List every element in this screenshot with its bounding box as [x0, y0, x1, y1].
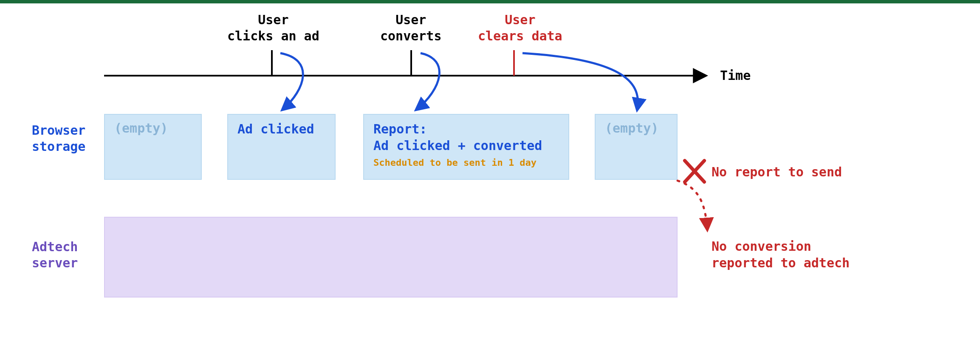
row-label-adtech-server: Adtech server: [32, 239, 78, 271]
storage-box-title: Ad clicked: [237, 121, 326, 137]
arrow-dashed-no-report: [678, 181, 707, 230]
error-no-report: No report to send: [712, 164, 842, 180]
arrow-to-report: [416, 53, 439, 110]
storage-box-ad-clicked: Ad clicked: [227, 114, 336, 180]
event-label-user-clicks: User clicks an ad: [227, 12, 319, 44]
arrow-to-empty: [522, 53, 638, 110]
error-no-conversion: No conversion reported to adtech: [712, 238, 850, 271]
storage-box-title: (empty): [605, 121, 668, 136]
storage-box-report: Report: Ad clicked + converted Scheduled…: [363, 114, 569, 180]
storage-box-title: (empty): [114, 121, 192, 136]
top-green-strip: [0, 0, 980, 3]
storage-box-subtitle: Scheduled to be sent in 1 day: [373, 157, 560, 168]
event-label-user-converts: User converts: [380, 12, 442, 44]
event-label-user-clears: User clears data: [478, 12, 562, 44]
cross-icon: [685, 161, 704, 182]
storage-box-empty-1: (empty): [104, 114, 202, 180]
arrow-to-ad-clicked: [280, 53, 303, 110]
storage-box-empty-2: (empty): [595, 114, 678, 180]
svg-line-1: [685, 161, 704, 182]
svg-line-0: [685, 161, 704, 182]
axis-label-time: Time: [720, 68, 751, 83]
storage-box-title: Report: Ad clicked + converted: [373, 121, 560, 154]
row-label-browser-storage: Browser storage: [32, 122, 85, 154]
adtech-server-box: [104, 217, 678, 298]
